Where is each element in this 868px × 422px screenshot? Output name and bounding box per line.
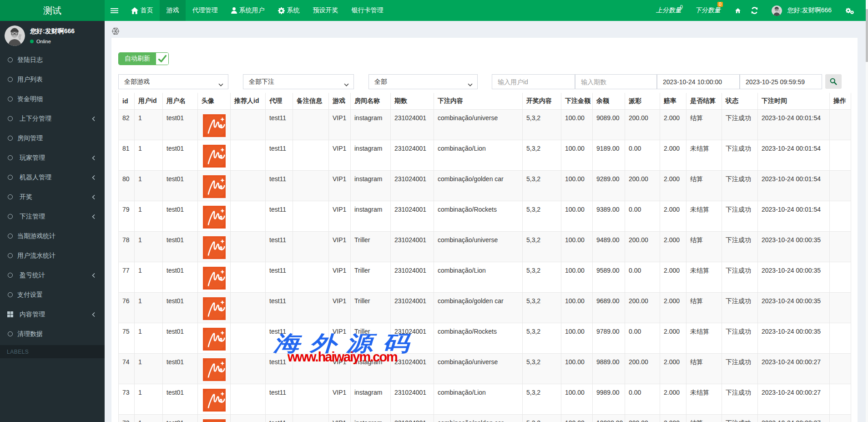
cell: 9389.00 <box>593 201 625 232</box>
navbar-right: 上分数量0 下分数量 0 <box>649 0 866 21</box>
all-select[interactable]: 全部 <box>368 74 478 89</box>
circle-icon <box>7 116 13 122</box>
bet-select[interactable]: 全部下注 <box>243 74 354 89</box>
cell: 9989.00 <box>593 384 625 415</box>
user-id-input[interactable] <box>492 74 575 89</box>
cell <box>293 201 329 232</box>
cell <box>293 415 329 422</box>
user-menu[interactable]: 您好:发财啊666 <box>764 0 837 21</box>
cell: 结算 <box>686 171 722 201</box>
nav-item-bank-cards[interactable]: 银行卡管理 <box>345 0 390 21</box>
cell: 100.00 <box>561 262 593 293</box>
scrollbar-thumb[interactable] <box>866 9 868 62</box>
sidebar-menu: 登陆日志用户列表资金明细上下分管理房间管理玩家管理机器人管理开奖下注管理当期游戏… <box>0 50 105 344</box>
table-header-row: id用户id用户名头像推荐人id代理备注信息游戏房间名称期数下注内容开奖内容下注… <box>119 93 851 110</box>
home-shortcut-button[interactable] <box>732 0 744 21</box>
meplus-avatar-logo <box>203 419 226 422</box>
avatar-cell <box>198 201 231 232</box>
cell: 77 <box>119 262 135 293</box>
cell <box>830 171 851 201</box>
end-time-input[interactable] <box>740 74 822 89</box>
cogs-icon <box>846 7 854 14</box>
sidebar-item-11[interactable]: 盈亏统计 <box>0 265 105 285</box>
cell: 1 <box>135 140 163 171</box>
scrollbar[interactable] <box>866 0 868 422</box>
cell <box>231 171 266 201</box>
cell <box>293 354 329 384</box>
sidebar-item-8[interactable]: 下注管理 <box>0 207 105 226</box>
sidebar-item-label: 机器人管理 <box>20 173 51 182</box>
th-icon <box>7 311 13 317</box>
cell: test11 <box>266 354 293 384</box>
cell: combinação/Rockets <box>434 201 523 232</box>
auto-refresh-button[interactable]: 自动刷新 <box>118 52 169 65</box>
filter-row: 全部游戏 全部下注 全部 <box>118 74 851 89</box>
sidebar-item-4[interactable]: 房间管理 <box>0 128 105 148</box>
cell: VIP1 <box>329 323 351 354</box>
chevron-down-icon <box>344 80 349 88</box>
sidebar-item-13[interactable]: 内容管理 <box>0 305 105 324</box>
sidebar-item-0[interactable]: 登陆日志 <box>0 50 105 70</box>
cell <box>293 293 329 323</box>
nav-item-system[interactable]: 系统 <box>271 0 306 21</box>
cell <box>231 415 266 422</box>
sidebar-item-label: 用户流水统计 <box>17 252 56 260</box>
cell: test11 <box>266 293 293 323</box>
sidebar-item-10[interactable]: 用户流水统计 <box>0 246 105 265</box>
cell: 2023-10-24 00:00:27 <box>758 384 830 415</box>
avatar-cell <box>198 140 231 171</box>
refresh-button[interactable] <box>744 0 764 21</box>
cell: 0.00 <box>625 384 660 415</box>
cell: 2023-10-24 00:00:27 <box>758 354 830 384</box>
nav-item-system-users[interactable]: 系统用户 <box>224 0 271 21</box>
sidebar-item-6[interactable]: 机器人管理 <box>0 168 105 187</box>
score-up-button[interactable]: 上分数量0 <box>649 0 688 21</box>
cell: 未结算 <box>686 262 722 293</box>
circle-icon <box>7 155 13 161</box>
game-select[interactable]: 全部游戏 <box>118 74 228 89</box>
user-photo <box>5 25 25 46</box>
sidebar-item-12[interactable]: 支付设置 <box>0 285 105 305</box>
nav-item-home[interactable]: 首页 <box>124 0 160 21</box>
sidebar-toggle-button[interactable] <box>105 0 124 21</box>
cube-icon <box>112 28 119 36</box>
sidebar-item-7[interactable]: 开奖 <box>0 187 105 207</box>
cell: 78 <box>119 232 135 262</box>
cell: 200.00 <box>625 232 660 262</box>
cell <box>293 232 329 262</box>
table-row: 741test01 test11VIP1instagram231024001co… <box>119 354 851 384</box>
score-down-button[interactable]: 下分数量 0 <box>688 0 732 21</box>
cell <box>293 171 329 201</box>
sidebar-item-5[interactable]: 玩家管理 <box>0 148 105 168</box>
search-button[interactable] <box>825 74 842 89</box>
brand-logo[interactable]: 测试 <box>0 0 105 21</box>
settings-button[interactable] <box>837 0 866 21</box>
start-time-input[interactable] <box>657 74 740 89</box>
cell: 下注成功 <box>722 415 758 422</box>
sidebar-status[interactable]: Online <box>30 39 75 44</box>
table-row: 751test01 test11VIP1Triller231024001comb… <box>119 323 851 354</box>
cell: combinação/golden car <box>434 293 523 323</box>
sidebar-item-label: 当期游戏统计 <box>17 232 56 240</box>
sidebar-item-1[interactable]: 用户列表 <box>0 70 105 89</box>
meplus-avatar-logo <box>203 175 226 198</box>
nav-item-games[interactable]: 游戏 <box>160 0 186 21</box>
nav-item-preset-draw[interactable]: 预设开奖 <box>306 0 345 21</box>
sidebar-item-2[interactable]: 资金明细 <box>0 89 105 109</box>
cell: 231024001 <box>391 201 434 232</box>
content-wrapper: 自动刷新 全部游戏 全部下注 全部 <box>105 21 866 422</box>
nav-item-agents[interactable]: 代理管理 <box>186 0 224 21</box>
sidebar-item-9[interactable]: 当期游戏统计 <box>0 226 105 246</box>
auto-refresh-checkbox[interactable] <box>156 53 168 65</box>
cell: Triller <box>351 232 391 262</box>
meplus-avatar-logo <box>203 358 226 381</box>
sidebar-item-label: 开奖 <box>20 193 32 201</box>
meplus-avatar-logo <box>203 389 226 412</box>
cell <box>231 262 266 293</box>
sidebar-item-3[interactable]: 上下分管理 <box>0 109 105 128</box>
period-input[interactable] <box>575 74 657 89</box>
cell: 未结算 <box>686 201 722 232</box>
sidebar-item-label: 登陆日志 <box>17 56 43 64</box>
sidebar-item-14[interactable]: 清理数据 <box>0 324 105 344</box>
cell: 2023-10-24 00:01:54 <box>758 110 830 140</box>
